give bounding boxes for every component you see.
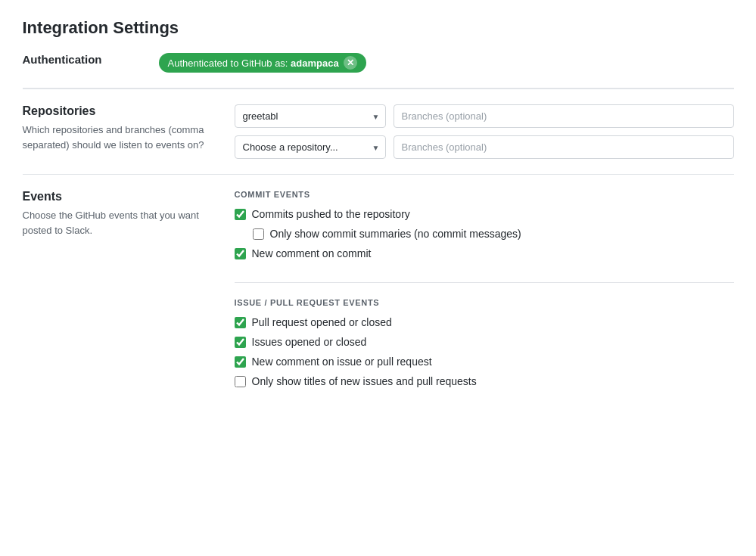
repo-select-wrapper-2: Choose a repository... ▼ — [235, 135, 386, 159]
repositories-description: Which repositories and branches (comma s… — [23, 123, 219, 152]
branches-input-1[interactable] — [394, 104, 734, 128]
commit-events-group: COMMIT EVENTS Commits pushed to the repo… — [235, 190, 734, 283]
events-description: Choose the GitHub events that you want p… — [23, 208, 219, 238]
label-pr-opened-closed: Pull request opened or closed — [252, 316, 392, 328]
checkbox-item-new-comment-issue-pr: New comment on issue or pull request — [235, 356, 734, 368]
repo-select-2[interactable]: Choose a repository... — [235, 135, 386, 159]
label-new-comment-commit: New comment on commit — [252, 247, 372, 259]
events-row: Events Choose the GitHub events that you… — [23, 190, 734, 395]
events-section: Events Choose the GitHub events that you… — [23, 174, 734, 410]
auth-badge: Authenticated to GitHub as: adampaca ✕ — [159, 53, 366, 73]
checkbox-issues-opened-closed[interactable] — [235, 337, 246, 348]
checkbox-commit-summaries[interactable] — [253, 228, 264, 240]
events-heading: Events — [23, 190, 219, 203]
checkbox-only-titles[interactable] — [235, 376, 246, 387]
repo-row-2: Choose a repository... ▼ — [235, 135, 734, 159]
checkbox-item-issues-opened-closed: Issues opened or closed — [235, 336, 734, 348]
repositories-heading: Repositories — [23, 104, 219, 118]
repositories-section: Repositories Which repositories and bran… — [23, 89, 734, 174]
checkbox-item-commits-pushed: Commits pushed to the repository — [235, 208, 734, 220]
auth-row: Authentication Authenticated to GitHub a… — [23, 53, 734, 73]
page-title: Integration Settings — [23, 18, 734, 38]
repo-select-1[interactable]: greetabl — [235, 104, 386, 128]
repositories-content: greetabl ▼ Choose a repository... ▼ — [235, 104, 734, 159]
checkbox-item-commit-summaries: Only show commit summaries (no commit me… — [253, 228, 734, 240]
branches-input-2[interactable] — [394, 135, 734, 159]
checkbox-new-comment-issue-pr[interactable] — [235, 356, 246, 368]
events-content: COMMIT EVENTS Commits pushed to the repo… — [235, 190, 734, 395]
checkbox-commits-pushed[interactable] — [235, 209, 246, 220]
auth-close-button[interactable]: ✕ — [344, 56, 357, 70]
main-container: Integration Settings Authentication Auth… — [8, 0, 749, 428]
auth-section: Authentication Authenticated to GitHub a… — [23, 53, 734, 89]
label-issues-opened-closed: Issues opened or closed — [252, 336, 367, 348]
auth-badge-text: Authenticated to GitHub as: adampaca — [168, 57, 339, 69]
auth-badge-wrapper: Authenticated to GitHub as: adampaca ✕ — [159, 53, 366, 73]
auth-label: Authentication — [23, 53, 144, 66]
commit-events-title: COMMIT EVENTS — [235, 190, 734, 199]
label-only-titles: Only show titles of new issues and pull … — [252, 375, 477, 387]
checkbox-new-comment-commit[interactable] — [235, 248, 246, 259]
repos-grid: greetabl ▼ Choose a repository... ▼ — [235, 104, 734, 159]
checkbox-item-pr-opened-closed: Pull request opened or closed — [235, 316, 734, 328]
label-commit-summaries: Only show commit summaries (no commit me… — [270, 228, 521, 240]
auth-username: adampaca — [291, 57, 339, 69]
issue-pr-events-group: ISSUE / PULL REQUEST EVENTS Pull request… — [235, 298, 734, 387]
events-left: Events Choose the GitHub events that you… — [23, 190, 219, 238]
issue-pr-events-title: ISSUE / PULL REQUEST EVENTS — [235, 298, 734, 307]
auth-prefix: Authenticated to GitHub as: — [168, 57, 291, 69]
repositories-row: Repositories Which repositories and bran… — [23, 104, 734, 159]
repo-select-wrapper-1: greetabl ▼ — [235, 104, 386, 128]
checkbox-item-only-titles: Only show titles of new issues and pull … — [235, 375, 734, 387]
label-commits-pushed: Commits pushed to the repository — [252, 208, 410, 220]
repo-row-1: greetabl ▼ — [235, 104, 734, 128]
repositories-left: Repositories Which repositories and bran… — [23, 104, 219, 152]
checkbox-pr-opened-closed[interactable] — [235, 317, 246, 328]
checkbox-item-new-comment-commit: New comment on commit — [235, 247, 734, 259]
label-new-comment-issue-pr: New comment on issue or pull request — [252, 356, 432, 368]
